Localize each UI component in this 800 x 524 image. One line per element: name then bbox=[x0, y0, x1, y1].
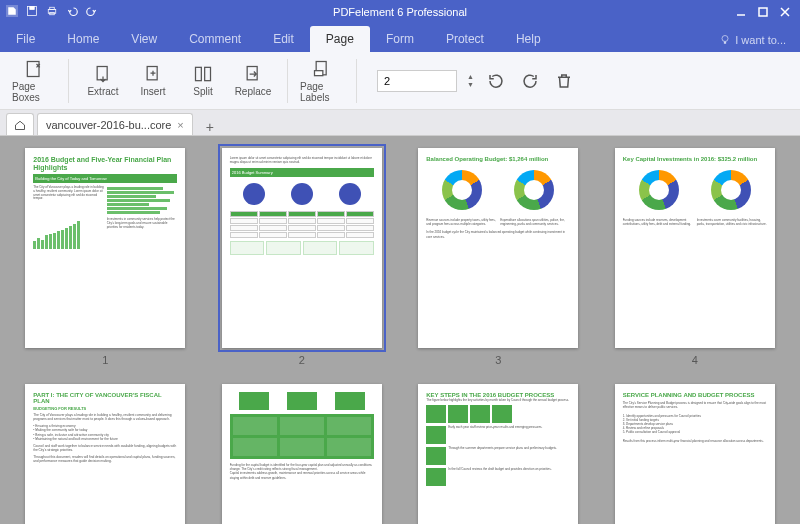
extract-label: Extract bbox=[87, 86, 118, 97]
page-thumbnail-5[interactable]: PART I: THE CITY OF VANCOUVER'S FISCAL P… bbox=[25, 384, 185, 524]
tab-view[interactable]: View bbox=[115, 26, 173, 52]
thumb-title: 2016 Budget and Five-Year Financial Plan… bbox=[33, 156, 177, 171]
tab-comment[interactable]: Comment bbox=[173, 26, 257, 52]
svg-point-8 bbox=[722, 36, 728, 42]
svg-rect-17 bbox=[315, 70, 323, 75]
page-label: 1 bbox=[102, 354, 108, 366]
replace-icon bbox=[243, 64, 263, 84]
title-bar: PDFelement 6 Professional bbox=[0, 0, 800, 24]
page-number-input[interactable] bbox=[377, 70, 457, 92]
print-icon[interactable] bbox=[46, 5, 58, 19]
page-boxes-button[interactable]: Page Boxes bbox=[10, 57, 58, 105]
separator bbox=[287, 59, 288, 103]
home-icon bbox=[14, 119, 26, 131]
close-button[interactable] bbox=[776, 5, 794, 19]
svg-rect-14 bbox=[205, 67, 211, 80]
trash-icon bbox=[555, 72, 573, 90]
separator bbox=[68, 59, 69, 103]
split-button[interactable]: Split bbox=[179, 62, 227, 99]
page-thumbnail-1[interactable]: 2016 Budget and Five-Year Financial Plan… bbox=[25, 148, 185, 348]
menu-file[interactable]: File bbox=[0, 26, 51, 52]
page-thumbnail-area[interactable]: 2016 Budget and Five-Year Financial Plan… bbox=[0, 136, 800, 524]
page-thumbnail-6[interactable]: Funding for the capital budget is identi… bbox=[222, 384, 382, 524]
tab-protect[interactable]: Protect bbox=[430, 26, 500, 52]
svg-rect-9 bbox=[724, 42, 726, 44]
svg-rect-11 bbox=[97, 67, 107, 80]
rotate-cw-button[interactable] bbox=[518, 69, 542, 93]
rotate-cw-icon bbox=[521, 72, 539, 90]
page-label: 2 bbox=[299, 354, 305, 366]
thumb-heading: 2016 Budget Summary bbox=[230, 168, 374, 177]
svg-rect-13 bbox=[196, 67, 202, 80]
save-icon[interactable] bbox=[26, 5, 38, 19]
tab-home[interactable]: Home bbox=[51, 26, 115, 52]
ribbon: Page Boxes Extract Insert Split Replace … bbox=[0, 52, 800, 110]
lightbulb-icon bbox=[719, 34, 731, 46]
tab-help[interactable]: Help bbox=[500, 26, 557, 52]
replace-button[interactable]: Replace bbox=[229, 62, 277, 99]
minimize-button[interactable] bbox=[732, 5, 750, 19]
page-boxes-icon bbox=[24, 59, 44, 79]
rotate-ccw-icon bbox=[487, 72, 505, 90]
tab-page[interactable]: Page bbox=[310, 26, 370, 52]
page-spinner[interactable]: ▲▼ bbox=[467, 73, 474, 89]
split-icon bbox=[193, 64, 213, 84]
thumb-title: Key Capital Investments in 2016: $325.2 … bbox=[623, 156, 767, 162]
tab-edit[interactable]: Edit bbox=[257, 26, 310, 52]
page-labels-button[interactable]: Page Labels bbox=[298, 57, 346, 105]
page-boxes-label: Page Boxes bbox=[12, 81, 56, 103]
extract-button[interactable]: Extract bbox=[79, 62, 127, 99]
extract-icon bbox=[93, 64, 113, 84]
page-thumbnail-7[interactable]: KEY STEPS IN THE 2016 BUDGET PROCESS The… bbox=[418, 384, 578, 524]
page-label: 3 bbox=[495, 354, 501, 366]
new-tab-button[interactable]: + bbox=[199, 119, 221, 135]
tell-me-label: I want to... bbox=[735, 34, 786, 46]
page-thumbnail-4[interactable]: Key Capital Investments in 2016: $325.2 … bbox=[615, 148, 775, 348]
document-tab-bar: vancouver-2016-bu...core × + bbox=[0, 110, 800, 136]
home-tab-button[interactable] bbox=[6, 113, 34, 135]
app-icon bbox=[6, 5, 18, 19]
page-thumbnail-8[interactable]: SERVICE PLANNING AND BUDGET PROCESS The … bbox=[615, 384, 775, 524]
thumb-title: SERVICE PLANNING AND BUDGET PROCESS bbox=[623, 392, 767, 398]
delete-page-button[interactable] bbox=[552, 69, 576, 93]
redo-icon[interactable] bbox=[86, 5, 98, 19]
insert-button[interactable]: Insert bbox=[129, 62, 177, 99]
page-label: 4 bbox=[692, 354, 698, 366]
maximize-button[interactable] bbox=[754, 5, 772, 19]
thumb-title: Balanced Operating Budget: $1,264 millio… bbox=[426, 156, 570, 162]
thumb-subtitle: BUDGETING FOR RESULTS bbox=[33, 406, 177, 411]
app-title: PDFelement 6 Professional bbox=[0, 6, 800, 18]
undo-icon[interactable] bbox=[66, 5, 78, 19]
insert-label: Insert bbox=[140, 86, 165, 97]
page-thumbnail-3[interactable]: Balanced Operating Budget: $1,264 millio… bbox=[418, 148, 578, 348]
page-thumbnail-2[interactable]: Lorem ipsum dolor sit amet consectetur a… bbox=[222, 148, 382, 348]
insert-icon bbox=[143, 64, 163, 84]
svg-rect-4 bbox=[50, 7, 55, 9]
replace-label: Replace bbox=[235, 86, 272, 97]
tell-me[interactable]: I want to... bbox=[705, 28, 800, 52]
document-tab-label: vancouver-2016-bu...core bbox=[46, 119, 171, 131]
rotate-ccw-button[interactable] bbox=[484, 69, 508, 93]
separator bbox=[356, 59, 357, 103]
page-labels-icon bbox=[312, 59, 332, 79]
svg-rect-2 bbox=[30, 7, 35, 10]
document-tab[interactable]: vancouver-2016-bu...core × bbox=[37, 113, 193, 135]
svg-rect-10 bbox=[27, 61, 39, 76]
tab-form[interactable]: Form bbox=[370, 26, 430, 52]
split-label: Split bbox=[193, 86, 212, 97]
svg-rect-7 bbox=[759, 8, 767, 16]
close-tab-button[interactable]: × bbox=[177, 119, 183, 131]
thumb-title: PART I: THE CITY OF VANCOUVER'S FISCAL P… bbox=[33, 392, 177, 404]
page-labels-label: Page Labels bbox=[300, 81, 344, 103]
thumb-subtitle: Building the City of Today and Tomorrow bbox=[33, 174, 177, 183]
menu-bar: File Home View Comment Edit Page Form Pr… bbox=[0, 24, 800, 52]
